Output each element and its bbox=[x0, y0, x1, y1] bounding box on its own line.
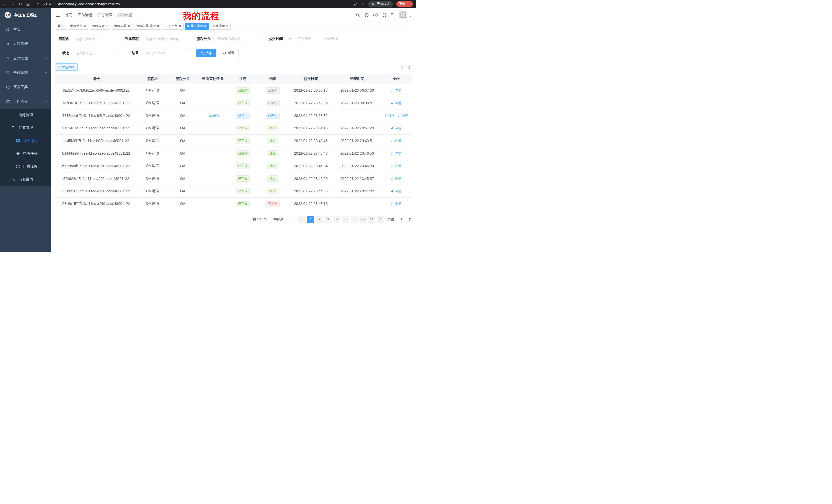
detail-link[interactable]: 详情 bbox=[391, 101, 401, 105]
chevron-down-icon bbox=[259, 37, 262, 40]
forward-icon[interactable] bbox=[11, 2, 15, 6]
breadcrumb-item-task-management[interactable]: 任务管理 bbox=[98, 13, 112, 18]
sidebar-item-leave-query[interactable]: 请假查询 bbox=[0, 173, 51, 186]
sidebar-item-workflow[interactable]: 工作流程 bbox=[0, 94, 51, 109]
reset-button[interactable]: 重置 bbox=[219, 49, 239, 57]
detail-link[interactable]: 详情 bbox=[391, 201, 401, 206]
search-icon[interactable] bbox=[356, 13, 360, 17]
search-button[interactable]: 搜索 bbox=[197, 49, 216, 57]
address-bar[interactable]: 不安全 dashboard.yudao.iocoder.cn/bpm/task/… bbox=[34, 2, 350, 6]
sidebar-item-process-management[interactable]: 流程管理 bbox=[0, 109, 51, 121]
detail-link[interactable]: 详情 bbox=[391, 138, 401, 143]
github-icon[interactable] bbox=[364, 13, 369, 18]
current-task-link[interactable]: 一级审批 bbox=[206, 113, 220, 117]
breadcrumb-item-workflow[interactable]: 工作流程 bbox=[78, 13, 92, 18]
page-button-6[interactable]: 6 bbox=[351, 216, 358, 223]
sidebar-item-done-tasks[interactable]: 已办任务 bbox=[0, 160, 51, 173]
page-button-2[interactable]: 2 bbox=[316, 216, 323, 223]
menu-dots-icon[interactable]: ⋮ bbox=[407, 2, 410, 6]
status-select[interactable]: 请选择状态 bbox=[73, 49, 120, 57]
header-actions: ▼ bbox=[356, 11, 411, 19]
image-placeholder-icon bbox=[400, 12, 407, 19]
home-icon[interactable] bbox=[26, 2, 30, 6]
reload-icon[interactable] bbox=[19, 2, 22, 6]
cell-id: 52ffd28e-7b9a-11ec-a290-acde48001122 bbox=[55, 172, 137, 185]
close-icon[interactable]: × bbox=[226, 24, 228, 28]
sidebar-item-infrastructure[interactable]: 基础设施 bbox=[0, 65, 51, 80]
status-tag: 已完成 bbox=[236, 150, 250, 157]
submit-time-range-picker[interactable]: 开始日期 - 结束日期 bbox=[286, 35, 346, 43]
back-icon[interactable] bbox=[3, 2, 7, 6]
sidebar-item-task-management[interactable]: 任务管理 bbox=[0, 121, 51, 134]
status-tag: 已完成 bbox=[236, 163, 250, 169]
cell-current-task: 一级审批 bbox=[198, 109, 228, 122]
result-select[interactable]: 请选择流结果 bbox=[142, 49, 192, 57]
collapse-menu-icon[interactable] bbox=[55, 13, 60, 18]
tab-process-form-edit[interactable]: 流程表单-编辑× bbox=[134, 23, 162, 30]
sidebar-item-todo-tasks[interactable]: 待办任务 bbox=[0, 147, 51, 160]
edit-icon bbox=[391, 127, 394, 130]
more-pages-button[interactable]: ••• bbox=[359, 216, 367, 223]
search-toggle-icon[interactable] bbox=[399, 65, 403, 69]
detail-link[interactable]: 详情 bbox=[398, 113, 408, 118]
detail-link[interactable]: 详情 bbox=[391, 176, 401, 181]
cancel-link[interactable]: 取消 bbox=[384, 113, 395, 118]
sidebar-item-system[interactable]: 系统管理 bbox=[0, 37, 51, 51]
process-definition-input[interactable] bbox=[142, 35, 192, 43]
process-name-input[interactable] bbox=[73, 35, 120, 43]
tab-user-group[interactable]: 用户分组× bbox=[163, 23, 184, 30]
edit-icon bbox=[391, 202, 394, 205]
detail-link[interactable]: 详情 bbox=[391, 151, 401, 156]
detail-link[interactable]: 详情 bbox=[391, 126, 401, 131]
close-icon[interactable]: × bbox=[204, 24, 206, 28]
table-row: 7470a810-7b9b-11ec-b5b7-acde48001122OA 请… bbox=[55, 96, 412, 109]
next-page-button[interactable] bbox=[377, 216, 384, 223]
table-row: 67c2eaab-7b9a-11ec-a290-acde48001122OA 请… bbox=[55, 160, 412, 172]
detail-link[interactable]: 详情 bbox=[391, 189, 401, 193]
detail-link[interactable]: 详情 bbox=[391, 164, 401, 168]
page-button-3[interactable]: 3 bbox=[324, 216, 332, 223]
goto-page-input[interactable] bbox=[396, 216, 407, 223]
page-button-5[interactable]: 5 bbox=[342, 216, 349, 223]
cell-current-task bbox=[198, 172, 228, 185]
cell-result: 通过 bbox=[258, 147, 288, 160]
breadcrumb-item-home[interactable]: 首页 bbox=[65, 13, 72, 18]
cell-end-time: 2022-01-22 23:49:51 bbox=[334, 134, 380, 147]
sidebar-item-dev-tools[interactable]: 研发工具 bbox=[0, 80, 51, 94]
update-button[interactable]: 更新 ⋮ bbox=[396, 1, 413, 7]
close-icon[interactable]: × bbox=[157, 24, 159, 28]
sidebar-item-home[interactable]: 首页 bbox=[0, 22, 51, 37]
toolbar-row: + 发起流程 bbox=[55, 63, 412, 71]
help-icon[interactable] bbox=[373, 13, 378, 17]
tab-process-form[interactable]: 流程表单× bbox=[111, 23, 132, 30]
prev-page-button[interactable] bbox=[298, 216, 306, 223]
page-button-4[interactable]: 4 bbox=[333, 216, 340, 223]
page-button-11[interactable]: 11 bbox=[368, 216, 375, 223]
app-logo[interactable]: 芋道管理系统 bbox=[0, 8, 51, 22]
close-icon[interactable]: × bbox=[84, 24, 86, 28]
close-icon[interactable]: × bbox=[106, 24, 108, 28]
sidebar-item-payment[interactable]: ¥ 支付管理 bbox=[0, 51, 51, 65]
close-icon[interactable]: × bbox=[179, 24, 181, 28]
page-size-select[interactable]: 10条/页 bbox=[270, 216, 294, 223]
fullscreen-icon[interactable] bbox=[382, 13, 386, 17]
font-size-icon[interactable] bbox=[391, 13, 395, 18]
password-key-icon[interactable] bbox=[354, 2, 358, 6]
cell-actions: 详情 bbox=[380, 147, 412, 160]
bookmark-star-icon[interactable]: ☆ bbox=[361, 2, 365, 6]
detail-link[interactable]: 详情 bbox=[391, 88, 401, 93]
caret-down-icon[interactable]: ▼ bbox=[409, 16, 411, 19]
tab-process-definition[interactable]: 流程定义× bbox=[68, 23, 88, 30]
start-process-button[interactable]: + 发起流程 bbox=[55, 63, 78, 71]
close-icon[interactable]: × bbox=[128, 24, 130, 28]
process-category-select[interactable]: 请选择流程分类 bbox=[214, 35, 264, 43]
tab-process-model[interactable]: 流程模型× bbox=[90, 23, 110, 30]
cell-process-name: OA 请假 bbox=[137, 134, 167, 147]
tab-home[interactable]: 首页 bbox=[55, 23, 66, 30]
tab-my-process[interactable]: 我的流程× bbox=[185, 23, 209, 30]
avatar[interactable] bbox=[399, 11, 407, 19]
sidebar-item-my-process[interactable]: 我的流程 bbox=[0, 134, 51, 147]
refresh-icon[interactable] bbox=[407, 65, 411, 69]
page-button-1[interactable]: 1 bbox=[307, 216, 314, 223]
tab-start-process[interactable]: 发起流程× bbox=[210, 23, 231, 30]
